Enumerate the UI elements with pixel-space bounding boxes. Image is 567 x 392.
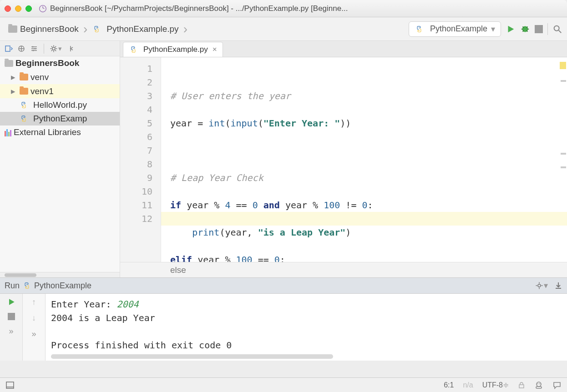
svg-line-28	[55, 46, 56, 47]
tree-item-label: HelloWorld.py	[33, 100, 87, 110]
tree-root-label: BeginnersBook	[15, 58, 79, 68]
svg-rect-41	[536, 387, 542, 388]
tree-item-pythonexample[interactable]: PythonExamp	[0, 112, 120, 126]
tool-windows-icon[interactable]	[5, 381, 15, 390]
run-body: » ↑ ↓ » Enter Year: 2004 2004 is a Leap …	[0, 293, 567, 361]
lock-icon[interactable]	[518, 382, 525, 389]
expand-arrow-icon[interactable]: ▸	[11, 86, 17, 96]
run-config-dropdown[interactable]: PythonExample ▾	[409, 21, 501, 37]
project-toolbar: ▾	[0, 41, 120, 56]
code-content[interactable]: # User enters the year year = int(input(…	[161, 57, 567, 262]
more-icon[interactable]: »	[9, 327, 13, 336]
sidebar-scrollbar[interactable]	[0, 272, 120, 277]
up-arrow-icon[interactable]: ↑	[32, 297, 36, 307]
run-config-label: PythonExample	[430, 24, 487, 34]
svg-line-9	[559, 30, 562, 33]
project-tree[interactable]: BeginnersBook ▸ venv ▸ venv1 HelloWorld.…	[0, 56, 120, 272]
python-file-icon	[92, 25, 101, 34]
window-title: BeginnersBook [~/PycharmProjects/Beginne…	[50, 4, 562, 13]
nav-toolbar: BeginnersBook › PythonExample.py › Pytho…	[0, 17, 567, 41]
svg-line-26	[55, 50, 56, 51]
line-number: 1	[120, 62, 152, 75]
breadcrumb-root[interactable]: BeginnersBook	[5, 22, 82, 36]
line-number: 6	[120, 130, 152, 144]
run-panel-header[interactable]: Run PythonExample ▾	[0, 278, 567, 293]
run-button[interactable]	[506, 24, 516, 34]
line-number: 9	[120, 171, 152, 185]
export-icon[interactable]	[554, 281, 562, 290]
folder-icon	[20, 74, 28, 80]
chevron-right-icon: ›	[183, 22, 187, 36]
crumb-label: else	[170, 265, 186, 275]
tree-external-libraries[interactable]: External Libraries	[0, 126, 120, 139]
line-number: 8	[120, 157, 152, 171]
python-file-icon	[415, 25, 424, 34]
down-arrow-icon[interactable]: ↓	[32, 313, 36, 323]
minimize-window-icon[interactable]	[15, 5, 21, 12]
stop-icon	[535, 25, 543, 33]
tree-item-venv1[interactable]: ▸ venv1	[0, 84, 120, 98]
svg-rect-10	[5, 46, 10, 51]
console-scrollbar[interactable]	[51, 354, 333, 359]
run-config-name: PythonExample	[34, 281, 91, 291]
breadcrumb: BeginnersBook › PythonExample.py ›	[5, 22, 188, 36]
settings-tree-icon[interactable]	[30, 45, 38, 53]
python-file-icon	[22, 281, 31, 290]
more-icon[interactable]: »	[31, 329, 36, 339]
tree-root[interactable]: BeginnersBook	[0, 56, 120, 70]
console-text: Process finished with exit code 0	[51, 338, 562, 352]
close-window-icon[interactable]	[5, 5, 11, 12]
collapse-all-icon[interactable]	[17, 45, 25, 53]
gear-icon[interactable]: ▾	[50, 45, 62, 53]
title-bar: BeginnersBook [~/PycharmProjects/Beginne…	[0, 0, 567, 17]
stop-button[interactable]	[8, 313, 15, 320]
stop-button[interactable]	[535, 25, 543, 33]
divider	[547, 23, 548, 35]
cursor-position[interactable]: 6:1	[444, 381, 454, 389]
hide-panel-icon[interactable]	[66, 45, 75, 53]
window-controls	[5, 5, 32, 12]
line-number: 2	[120, 75, 152, 89]
line-separator[interactable]: n/a	[463, 381, 473, 389]
svg-point-42	[537, 383, 538, 384]
svg-rect-39	[519, 385, 524, 388]
status-bar: 6:1 n/a UTF-8≑	[0, 377, 567, 392]
line-gutter: 1 2 3 4 5 6 7 8 9 10 11 12	[120, 57, 161, 262]
svg-point-20	[52, 47, 55, 50]
console-output[interactable]: Enter Year: 2004 2004 is a Leap Year Pro…	[46, 294, 567, 361]
code-text: # User enters the year	[170, 90, 291, 101]
gear-icon[interactable]: ▾	[535, 281, 548, 291]
tree-item-label: PythonExamp	[33, 114, 87, 124]
editor-tab[interactable]: PythonExample.py ×	[123, 42, 223, 57]
tree-item-venv[interactable]: ▸ venv	[0, 70, 120, 84]
feedback-icon[interactable]	[552, 381, 562, 390]
svg-point-40	[537, 382, 541, 387]
tree-item-helloworld[interactable]: HelloWorld.py	[0, 98, 120, 112]
svg-point-43	[539, 383, 540, 384]
run-controls: »	[0, 294, 23, 361]
code-editor[interactable]: 1 2 3 4 5 6 7 8 9 10 11 12 # User enters…	[120, 57, 567, 262]
breadcrumb-file-label: PythonExample.py	[106, 24, 178, 34]
file-encoding[interactable]: UTF-8≑	[482, 381, 509, 389]
search-button[interactable]	[552, 24, 562, 34]
divider	[44, 44, 44, 54]
run-nav: ↑ ↓ »	[23, 294, 46, 361]
line-number: 3	[120, 89, 152, 103]
zoom-window-icon[interactable]	[25, 5, 32, 12]
line-number: 5	[120, 116, 152, 130]
svg-point-17	[32, 46, 34, 47]
line-number: 4	[120, 103, 152, 116]
main-area: ▾ BeginnersBook ▸ venv ▸ venv1 HelloWorl…	[0, 41, 567, 277]
structure-breadcrumb[interactable]: else	[120, 262, 567, 277]
chevron-right-icon: ›	[83, 22, 87, 36]
inspector-icon[interactable]	[534, 381, 543, 390]
expand-arrow-icon[interactable]: ▸	[11, 72, 17, 82]
run-panel: Run PythonExample ▾ » ↑ ↓ » Enter Year: …	[0, 277, 567, 361]
close-tab-icon[interactable]: ×	[213, 45, 217, 54]
rerun-button[interactable]	[7, 297, 16, 307]
breadcrumb-file[interactable]: PythonExample.py	[88, 22, 182, 36]
debug-button[interactable]	[520, 24, 530, 34]
scroll-from-source-icon[interactable]	[5, 45, 13, 53]
svg-point-19	[33, 50, 34, 51]
tree-item-label: venv1	[30, 86, 54, 96]
